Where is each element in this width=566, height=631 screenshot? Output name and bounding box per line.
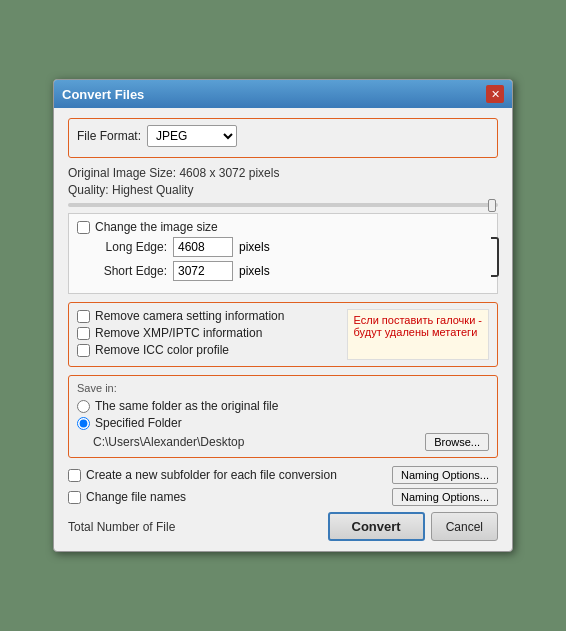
original-size-text: Original Image Size: 4608 x 3072 pixels [68, 166, 498, 180]
quality-slider-track[interactable] [68, 203, 498, 207]
remove-xmp-label: Remove XMP/IPTC information [95, 326, 262, 340]
metadata-note: Если поставить галочки - будут удалены м… [347, 309, 489, 360]
subfolder-checkbox[interactable] [68, 469, 81, 482]
specified-folder-row: Specified Folder [77, 416, 489, 430]
short-edge-label: Short Edge: [87, 264, 167, 278]
footer-buttons: Convert Cancel [328, 512, 498, 541]
remove-camera-row: Remove camera setting information [77, 309, 329, 323]
save-in-section: Save in: The same folder as the original… [68, 375, 498, 458]
same-folder-radio[interactable] [77, 400, 90, 413]
long-edge-input[interactable] [173, 237, 233, 257]
remove-camera-checkbox[interactable] [77, 310, 90, 323]
total-label: Total Number of File [68, 520, 175, 534]
metadata-section: Remove camera setting information Remove… [68, 302, 498, 367]
file-format-section: File Format: JPEG PNG TIFF BMP GIF [68, 118, 498, 158]
file-format-select[interactable]: JPEG PNG TIFF BMP GIF [147, 125, 237, 147]
rename-label[interactable]: Change file names [86, 490, 186, 504]
bottom-section: Create a new subfolder for each file con… [68, 466, 498, 506]
save-in-label: Save in: [77, 382, 489, 394]
bracket-right [491, 237, 499, 277]
convert-button[interactable]: Convert [328, 512, 425, 541]
same-folder-row: The same folder as the original file [77, 399, 489, 413]
footer: Total Number of File Convert Cancel [68, 512, 498, 541]
browse-button[interactable]: Browse... [425, 433, 489, 451]
short-edge-row: Short Edge: pixels [87, 261, 471, 281]
subfolder-naming-button[interactable]: Naming Options... [392, 466, 498, 484]
file-format-label: File Format: [77, 129, 141, 143]
remove-camera-label: Remove camera setting information [95, 309, 284, 323]
close-button[interactable]: ✕ [486, 85, 504, 103]
title-bar: Convert Files ✕ [54, 80, 512, 108]
rename-row: Change file names Naming Options... [68, 488, 498, 506]
path-row: C:\Users\Alexander\Desktop Browse... [93, 433, 489, 451]
remove-xmp-checkbox[interactable] [77, 327, 90, 340]
long-edge-unit: pixels [239, 240, 270, 254]
subfolder-row: Create a new subfolder for each file con… [68, 466, 498, 484]
specified-folder-label: Specified Folder [95, 416, 182, 430]
resize-checkbox[interactable] [77, 221, 90, 234]
resize-section: Change the image size Long Edge: pixels … [68, 213, 498, 294]
resize-label[interactable]: Change the image size [95, 220, 218, 234]
long-edge-label: Long Edge: [87, 240, 167, 254]
window-title: Convert Files [62, 87, 144, 102]
cancel-button[interactable]: Cancel [431, 512, 498, 541]
remove-icc-checkbox[interactable] [77, 344, 90, 357]
remove-xmp-row: Remove XMP/IPTC information [77, 326, 329, 340]
same-folder-label: The same folder as the original file [95, 399, 278, 413]
folder-path: C:\Users\Alexander\Desktop [93, 435, 420, 449]
remove-icc-label: Remove ICC color profile [95, 343, 229, 357]
short-edge-unit: pixels [239, 264, 270, 278]
quality-text: Quality: Highest Quality [68, 183, 498, 197]
quality-slider-row [68, 203, 498, 207]
remove-icc-row: Remove ICC color profile [77, 343, 329, 357]
rename-checkbox[interactable] [68, 491, 81, 504]
image-info: Original Image Size: 4608 x 3072 pixels … [68, 166, 498, 197]
subfolder-label[interactable]: Create a new subfolder for each file con… [86, 468, 337, 482]
specified-folder-radio[interactable] [77, 417, 90, 430]
rename-naming-button[interactable]: Naming Options... [392, 488, 498, 506]
short-edge-input[interactable] [173, 261, 233, 281]
convert-files-dialog: Convert Files ✕ File Format: JPEG PNG TI… [53, 79, 513, 552]
long-edge-row: Long Edge: pixels [87, 237, 471, 257]
